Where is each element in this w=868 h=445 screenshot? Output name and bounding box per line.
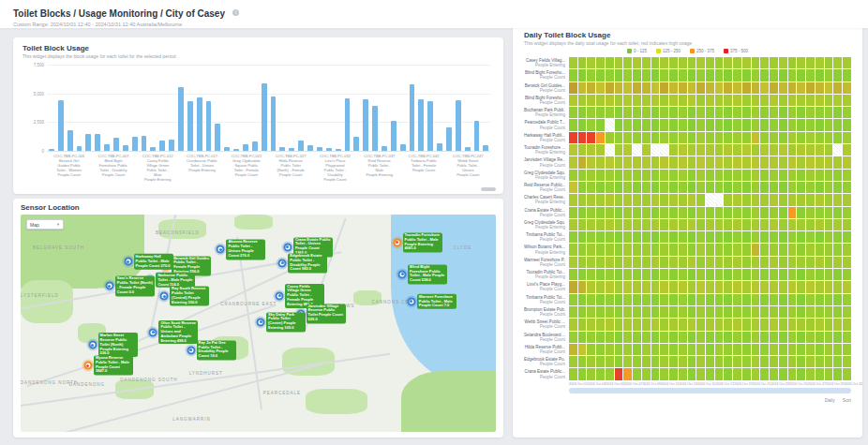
heatmap-cell[interactable]	[779, 82, 787, 94]
usage-bar[interactable]	[178, 87, 184, 151]
heatmap-cell[interactable]	[669, 306, 678, 318]
heatmap-cell[interactable]	[596, 119, 605, 130]
heatmap-cell[interactable]	[825, 269, 833, 280]
heatmap-cell[interactable]	[724, 107, 732, 118]
heatmap-cell[interactable]	[679, 269, 687, 280]
heatmap-cell[interactable]	[843, 119, 851, 130]
heatmap-cell[interactable]	[615, 132, 623, 143]
heatmap-cell[interactable]	[696, 257, 705, 268]
heatmap-cell[interactable]	[688, 368, 696, 379]
heatmap-cell[interactable]	[797, 356, 805, 367]
heatmap-cell[interactable]	[797, 144, 805, 156]
heatmap-cell[interactable]	[752, 194, 760, 205]
heatmap-cell[interactable]	[633, 344, 641, 355]
heatmap-cell[interactable]	[633, 107, 641, 118]
heatmap-cell[interactable]	[825, 107, 833, 118]
heatmap-cell[interactable]	[696, 95, 705, 106]
heatmap-cell[interactable]	[623, 144, 632, 156]
heatmap-cell[interactable]	[742, 95, 751, 106]
heatmap-cell[interactable]	[688, 144, 696, 156]
heatmap-cell[interactable]	[615, 57, 623, 68]
heatmap-cell[interactable]	[606, 281, 614, 292]
heatmap-cell[interactable]	[724, 269, 732, 280]
heatmap-cell[interactable]	[623, 257, 632, 268]
heatmap-cell[interactable]	[742, 356, 751, 367]
heatmap-cell[interactable]	[715, 144, 724, 156]
heatmap-cell[interactable]	[825, 294, 833, 305]
heatmap-cell[interactable]	[816, 319, 824, 330]
sensor-marker[interactable]	[278, 259, 287, 267]
heatmap-cell[interactable]	[696, 244, 705, 255]
heatmap-cell[interactable]	[733, 119, 741, 130]
heatmap-cell[interactable]	[596, 156, 605, 168]
heatmap-cell[interactable]	[816, 368, 824, 379]
heatmap-cell[interactable]	[733, 170, 741, 181]
heatmap-cell[interactable]	[770, 244, 778, 255]
heatmap-cell[interactable]	[633, 294, 641, 305]
heatmap-cell[interactable]	[779, 182, 787, 193]
heatmap-cell[interactable]	[679, 356, 687, 367]
heatmap-cell[interactable]	[651, 194, 660, 205]
heatmap-cell[interactable]	[724, 182, 732, 193]
heatmap-cell[interactable]	[578, 119, 587, 130]
heatmap-cell[interactable]	[660, 344, 668, 355]
heatmap-cell[interactable]	[779, 170, 787, 181]
heatmap-cell[interactable]	[752, 107, 760, 118]
usage-bar[interactable]	[271, 96, 277, 151]
heatmap-cell[interactable]	[779, 294, 787, 305]
heatmap-cell[interactable]	[825, 344, 833, 355]
heatmap-cell[interactable]	[733, 356, 741, 367]
heatmap-cell[interactable]	[724, 144, 732, 156]
heatmap-cell[interactable]	[788, 244, 797, 255]
heatmap-cell[interactable]	[715, 244, 724, 255]
heatmap-cell[interactable]	[606, 144, 614, 156]
heatmap-cell[interactable]	[587, 219, 595, 230]
heatmap-cell[interactable]	[797, 194, 805, 205]
heatmap-cell[interactable]	[833, 257, 842, 268]
heatmap-cell[interactable]	[742, 281, 751, 292]
heatmap-cell[interactable]	[770, 332, 778, 343]
heatmap-cell[interactable]	[833, 107, 842, 118]
usage-bar[interactable]	[427, 101, 433, 151]
usage-bar[interactable]	[307, 145, 313, 151]
heatmap-cell[interactable]	[615, 231, 623, 243]
heatmap-cell[interactable]	[679, 95, 687, 106]
heatmap-cell[interactable]	[825, 368, 833, 379]
heatmap-cell[interactable]	[669, 356, 678, 367]
heatmap-cell[interactable]	[623, 170, 632, 181]
heatmap-cell[interactable]	[724, 231, 732, 243]
heatmap-cell[interactable]	[760, 170, 769, 181]
heatmap-cell[interactable]	[843, 132, 851, 143]
heatmap-cell[interactable]	[806, 57, 815, 68]
heatmap-cell[interactable]	[843, 319, 851, 330]
heatmap-cell[interactable]	[569, 207, 577, 218]
map-canvas[interactable]: Map ▼ BELGRAVE SOUTHBEACONSFIELDLYSTERFI…	[21, 215, 496, 432]
heatmap-cell[interactable]	[660, 144, 668, 156]
heatmap-cell[interactable]	[633, 244, 641, 255]
sensor-marker[interactable]	[149, 328, 157, 336]
heatmap-cell[interactable]	[825, 69, 833, 81]
heatmap-cell[interactable]	[596, 144, 605, 156]
heatmap-cell[interactable]	[843, 356, 851, 367]
heatmap-cell[interactable]	[596, 306, 605, 318]
heatmap-cell[interactable]	[833, 344, 842, 355]
heatmap-cell[interactable]	[843, 69, 851, 81]
heatmap-cell[interactable]	[679, 368, 687, 379]
heatmap-cell[interactable]	[770, 281, 778, 292]
sensor-marker[interactable]	[283, 243, 292, 251]
heatmap-cell[interactable]	[706, 82, 714, 94]
heatmap-cell[interactable]	[615, 156, 623, 168]
heatmap-cell[interactable]	[569, 281, 577, 292]
sensor-marker-label[interactable]: Sam's Reserve Public Toilet (North) - Fe…	[115, 276, 155, 296]
heatmap-cell[interactable]	[688, 194, 696, 205]
heatmap-cell[interactable]	[660, 294, 668, 305]
heatmap-cell[interactable]	[688, 156, 696, 168]
heatmap-cell[interactable]	[669, 207, 678, 218]
heatmap-cell[interactable]	[569, 194, 577, 205]
heatmap-cell[interactable]	[688, 231, 696, 243]
heatmap-cell[interactable]	[843, 269, 851, 280]
heatmap-cell[interactable]	[587, 231, 595, 243]
heatmap-cell[interactable]	[760, 82, 769, 94]
heatmap-cell[interactable]	[696, 82, 705, 94]
heatmap-cell[interactable]	[715, 119, 724, 130]
